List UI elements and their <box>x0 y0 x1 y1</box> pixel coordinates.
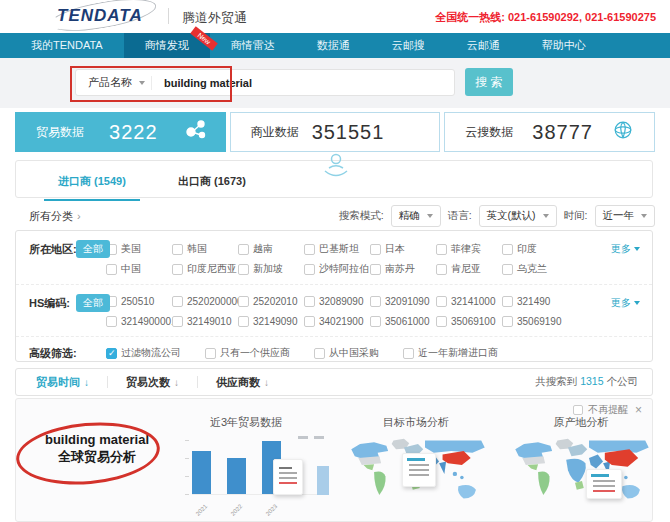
filter-checkbox[interactable]: 巴基斯坦 <box>304 242 370 256</box>
filter-checkbox[interactable]: 32089090 <box>304 296 370 307</box>
tab-importers[interactable]: 进口商(1549) <box>58 174 126 189</box>
checkbox-label: 美国 <box>121 242 141 256</box>
result-number: 1315 <box>580 375 603 387</box>
more-label: 更多 <box>611 242 631 256</box>
advanced-checkbox[interactable]: 只有一个供应商 <box>205 346 290 360</box>
filter-checkbox[interactable]: 中国 <box>106 262 172 276</box>
filter-checkbox[interactable]: 321490 <box>502 296 568 307</box>
checkbox-icon <box>172 316 183 327</box>
checkbox-label: 沙特阿拉伯 <box>319 262 369 276</box>
region-all-button[interactable]: 全部 <box>76 240 110 258</box>
filter-checkbox[interactable]: 32149090 <box>238 316 304 327</box>
filter-checkbox[interactable]: 日本 <box>370 242 436 256</box>
molecule-icon <box>183 118 209 146</box>
filter-checkbox[interactable]: 美国 <box>106 242 172 256</box>
importer-exporter-tabs: 进口商(1549) 出口商(1673) <box>15 160 653 198</box>
search-category-dropdown[interactable]: 产品名称 <box>76 75 139 90</box>
filter-checkbox[interactable]: 新加坡 <box>238 262 304 276</box>
search-input[interactable] <box>162 76 454 90</box>
advanced-checkbox[interactable]: 近一年新增进口商 <box>403 346 498 360</box>
hs-code-checkboxes: 2505102520200000252020103208909032091090… <box>106 291 614 331</box>
nav-item-商情发现[interactable]: 商情发现New <box>124 33 210 58</box>
map-tooltip <box>586 469 622 499</box>
checkbox-label: 35061000 <box>385 316 430 327</box>
search-button[interactable]: 搜 索 <box>465 68 513 96</box>
region-more-link[interactable]: 更多 <box>611 242 640 256</box>
stat-trade-data[interactable]: 贸易数据 3222 <box>15 112 226 152</box>
checkbox-label: 只有一个供应商 <box>220 346 290 360</box>
checkbox-label: 32091090 <box>385 296 430 307</box>
origin-map[interactable] <box>506 437 653 509</box>
filter-checkbox[interactable]: 32141000 <box>436 296 502 307</box>
brand-name: 腾道外贸通 <box>182 9 247 27</box>
checkbox-icon <box>106 264 117 275</box>
tab-exporters[interactable]: 出口商(1673) <box>178 174 246 189</box>
data-source-stats: 贸易数据 3222 商业数据 351551 云搜数据 38777 <box>15 112 655 152</box>
filter-controls-row: 所有分类› 搜索模式: 精确 语言: 英文(默认) 时间: 近一年 <box>15 205 655 227</box>
checkbox-label: 从中国采购 <box>329 346 379 360</box>
filter-checkbox[interactable]: 韩国 <box>172 242 238 256</box>
x-tick-label: 2023 <box>263 501 281 519</box>
advanced-checkbox[interactable]: 过滤物流公司 <box>106 346 181 360</box>
filter-checkbox[interactable]: 肯尼亚 <box>436 262 502 276</box>
filter-checkbox[interactable]: 南苏丹 <box>370 262 436 276</box>
filter-checkbox[interactable]: 35069190 <box>502 316 568 327</box>
checkbox-label: 35069100 <box>451 316 496 327</box>
filter-checkbox[interactable]: 35069100 <box>436 316 502 327</box>
filter-checkbox[interactable]: 250510 <box>106 296 172 307</box>
checkbox-row: 美国韩国越南巴基斯坦日本菲律宾印度 <box>106 239 614 259</box>
advanced-checkbox[interactable]: 从中国采购 <box>314 346 379 360</box>
logo-text: TENDATA <box>57 6 143 25</box>
checkbox-label: 乌克兰 <box>517 262 547 276</box>
checkbox-icon <box>436 316 447 327</box>
filter-checkbox[interactable]: 印度尼西亚 <box>172 262 238 276</box>
sort-贸易时间[interactable]: 贸易时间↓ <box>16 375 107 390</box>
nav-item-云邮搜[interactable]: 云邮搜 <box>371 33 446 58</box>
filter-checkbox[interactable]: 321490000... <box>106 316 172 327</box>
nav-item-数据通[interactable]: 数据通 <box>296 33 371 58</box>
filter-checkbox[interactable]: 32091090 <box>370 296 436 307</box>
nav-item-商情雷达[interactable]: 商情雷达 <box>210 33 296 58</box>
nav-item-云邮通[interactable]: 云邮通 <box>446 33 521 58</box>
filter-checkbox[interactable]: 2520200000 <box>172 296 238 307</box>
hs-code-all-button[interactable]: 全部 <box>76 294 110 312</box>
stat-business-data[interactable]: 商业数据 351551 <box>230 112 441 152</box>
checkbox-icon[interactable] <box>573 405 583 415</box>
checkbox-icon <box>238 244 249 255</box>
sort-贸易次数[interactable]: 贸易次数↓ <box>108 375 197 390</box>
filter-checkbox[interactable]: 越南 <box>238 242 304 256</box>
sort-供应商数[interactable]: 供应商数↓ <box>198 375 287 390</box>
nav-item-我的TENDATA[interactable]: 我的TENDATA <box>10 33 124 58</box>
filter-checkbox[interactable]: 乌克兰 <box>502 262 568 276</box>
checkbox-label: 印度 <box>517 242 537 256</box>
globe-icon <box>612 119 638 145</box>
filter-checkbox[interactable]: 25202010 <box>238 296 304 307</box>
checkbox-label: 越南 <box>253 242 273 256</box>
search-mode-select[interactable]: 精确 <box>391 205 441 227</box>
sort-bar: 贸易时间↓贸易次数↓供应商数↓ 共搜索到1315个公司 <box>15 368 653 396</box>
checkbox-icon <box>172 244 183 255</box>
checkbox-icon <box>436 244 447 255</box>
checkbox-label: 近一年新增进口商 <box>418 346 498 360</box>
checkbox-icon <box>172 264 183 275</box>
trade-bar-chart[interactable]: 202120222023 <box>184 433 334 519</box>
filter-checkbox[interactable]: 印度 <box>502 242 568 256</box>
customer-service-icon[interactable] <box>319 149 353 181</box>
stat-label: 商业数据 <box>231 124 299 141</box>
all-categories-link[interactable]: 所有分类› <box>29 209 81 224</box>
filter-checkbox[interactable]: 35061000 <box>370 316 436 327</box>
filter-panel: 所在地区: 全部 美国韩国越南巴基斯坦日本菲律宾印度中国印度尼西亚新加坡沙特阿拉… <box>15 230 653 362</box>
panel-title-target-market: 目标市场分析 <box>351 415 481 430</box>
nav-item-帮助中心[interactable]: 帮助中心 <box>521 33 607 58</box>
filter-checkbox[interactable]: 菲律宾 <box>436 242 502 256</box>
filter-checkbox[interactable]: 32149010 <box>172 316 238 327</box>
bar-secondary-series <box>317 466 329 495</box>
target-market-map[interactable] <box>344 437 492 509</box>
hs-code-more-link[interactable]: 更多 <box>611 296 640 310</box>
tendata-logo[interactable]: TENDATA <box>57 6 143 28</box>
language-select[interactable]: 英文(默认) <box>479 205 557 227</box>
stat-cloud-search-data[interactable]: 云搜数据 38777 <box>444 112 655 152</box>
filter-checkbox[interactable]: 沙特阿拉伯 <box>304 262 370 276</box>
time-select[interactable]: 近一年 <box>595 205 656 227</box>
filter-checkbox[interactable]: 34021900 <box>304 316 370 327</box>
